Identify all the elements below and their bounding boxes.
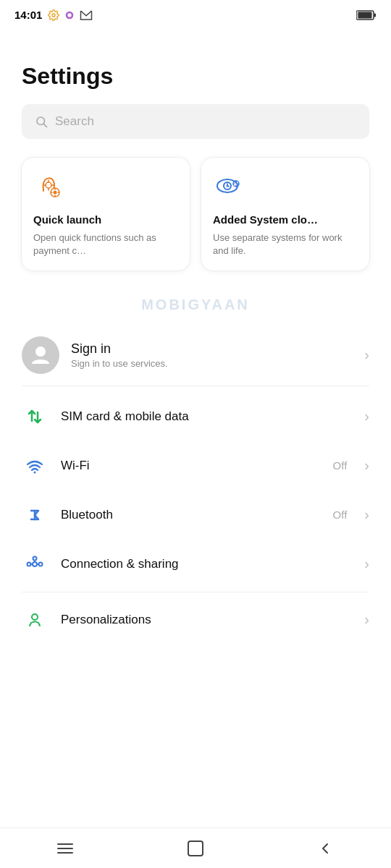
settings-item-connection-sharing[interactable]: Connection & sharing › [22,540,369,589]
settings-section: SIM card & mobile data › Wi-Fi Off › [22,392,369,644]
svg-point-10 [46,182,51,188]
signin-chevron-icon: › [364,346,369,363]
battery-icon [356,9,377,21]
nav-back-button[interactable] [304,834,348,863]
svg-point-30 [28,562,31,566]
signin-title: Sign in [71,341,353,357]
signin-text: Sign in Sign in to use services. [71,341,353,369]
settings-item-personalizations[interactable]: Personalizations › [22,595,369,644]
search-bar[interactable]: Search [22,104,369,139]
svg-rect-5 [374,13,377,17]
wifi-icon [22,456,48,476]
svg-point-31 [39,562,43,566]
quick-cards: Quick launch Open quick functions such a… [22,158,369,271]
added-system-clock-icon [213,171,358,204]
personalizations-chevron-icon: › [364,611,369,628]
quick-launch-card[interactable]: Quick launch Open quick functions such a… [22,158,190,271]
mail-icon [80,9,93,21]
connection-sharing-chevron-icon: › [364,556,369,572]
svg-point-12 [54,191,57,195]
svg-point-32 [33,556,37,560]
sim-card-icon [22,407,48,427]
quick-launch-icon [33,171,178,204]
menu-icon [57,842,73,855]
svg-rect-41 [188,841,203,856]
status-time: 14:01 [14,9,42,21]
bluetooth-value: Off [333,509,348,521]
quick-launch-title: Quick launch [33,213,178,227]
settings-item-sim-card[interactable]: SIM card & mobile data › [22,392,369,441]
search-icon [35,115,48,128]
gear-icon [48,9,59,21]
nav-menu-button[interactable] [43,834,87,863]
sim-card-label: SIM card & mobile data [61,409,334,424]
quick-launch-desc: Open quick functions such as payment c… [33,231,178,258]
status-bar-right [356,9,377,21]
watermark: MOBIGYAAN [22,291,369,325]
status-bar-left: 14:01 [14,9,93,21]
search-placeholder: Search [55,114,94,129]
bluetooth-label: Bluetooth [61,508,320,522]
svg-point-0 [52,14,55,17]
svg-point-23 [35,346,46,357]
person-icon [29,344,52,367]
signin-desc: Sign in to use services. [71,358,353,369]
bottom-nav [0,827,391,868]
svg-rect-4 [358,12,372,18]
home-circle-icon [188,841,203,856]
avatar [22,336,59,374]
added-system-clock-card[interactable]: Added System clo… Use separate systems f… [201,158,369,271]
bluetooth-chevron-icon: › [364,506,369,523]
connection-sharing-icon [22,554,48,574]
settings-item-wifi[interactable]: Wi-Fi Off › [22,441,369,490]
sim-card-chevron-icon: › [364,408,369,425]
svg-line-17 [227,186,229,187]
svg-point-26 [34,471,36,473]
svg-point-29 [33,562,37,566]
status-bar: 14:01 [0,0,391,27]
wifi-value: Off [333,459,348,472]
dot-icon [64,9,75,21]
added-system-clock-title: Added System clo… [213,213,358,227]
signin-row[interactable]: Sign in Sign in to use services. › [22,325,369,386]
section-divider [22,592,369,592]
svg-point-2 [68,13,72,17]
main-content: Settings Search [0,27,391,644]
nav-home-button[interactable] [174,834,217,863]
bluetooth-icon [22,505,48,525]
svg-rect-6 [357,11,358,19]
svg-point-9 [34,171,63,200]
svg-line-8 [43,124,46,127]
svg-point-36 [32,614,38,620]
wifi-label: Wi-Fi [61,459,320,473]
connection-sharing-label: Connection & sharing [61,557,334,571]
personalizations-label: Personalizations [61,613,334,627]
status-icons [48,9,93,21]
personalizations-icon [22,610,48,630]
added-system-clock-desc: Use separate systems for work and life. [213,231,358,258]
page-title: Settings [22,63,369,90]
back-icon [319,842,332,855]
settings-item-bluetooth[interactable]: Bluetooth Off › [22,490,369,540]
wifi-chevron-icon: › [364,457,369,474]
